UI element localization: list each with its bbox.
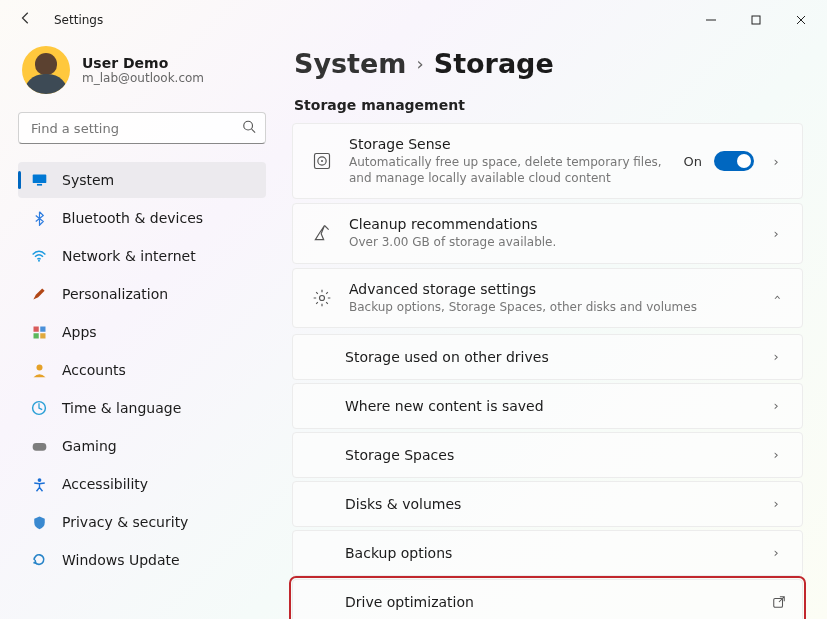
subitem-label: Storage Spaces (345, 447, 766, 463)
sidebar-item-label: Windows Update (62, 552, 180, 568)
toggle-state-label: On (684, 154, 702, 169)
sidebar-item-label: Privacy & security (62, 514, 188, 530)
external-link-icon (772, 595, 786, 609)
avatar (22, 46, 70, 94)
close-button[interactable] (778, 5, 823, 35)
globe-clock-icon (30, 399, 48, 417)
subitem-storage-spaces[interactable]: Storage Spaces › (292, 432, 803, 478)
subitem-label: Backup options (345, 545, 766, 561)
svg-point-14 (37, 478, 41, 482)
bluetooth-icon (30, 209, 48, 227)
window-title: Settings (54, 13, 103, 27)
page-title: Storage (434, 48, 554, 79)
breadcrumb: System › Storage (292, 48, 803, 79)
subitem-where-new-content[interactable]: Where new content is saved › (292, 383, 803, 429)
sidebar-item-system[interactable]: System (18, 162, 266, 198)
sidebar-item-label: Accounts (62, 362, 126, 378)
svg-point-11 (36, 364, 42, 370)
person-icon (30, 361, 48, 379)
svg-rect-1 (752, 16, 760, 24)
svg-line-18 (325, 226, 329, 230)
sidebar-item-time-language[interactable]: Time & language (18, 390, 266, 426)
broom-icon (311, 223, 333, 243)
monitor-icon (30, 171, 48, 189)
search-input[interactable] (18, 112, 266, 144)
card-advanced-storage[interactable]: Advanced storage settings Backup options… (292, 268, 803, 328)
card-subtitle: Over 3.00 GB of storage available. (349, 234, 729, 250)
subitem-label: Where new content is saved (345, 398, 766, 414)
svg-point-19 (320, 295, 325, 300)
breadcrumb-parent[interactable]: System (294, 48, 406, 79)
sidebar-item-personalization[interactable]: Personalization (18, 276, 266, 312)
apps-icon (30, 323, 48, 341)
card-title: Cleanup recommendations (349, 216, 750, 232)
sidebar: User Demo m_lab@outlook.com System Bluet… (0, 40, 280, 619)
sidebar-item-privacy[interactable]: Privacy & security (18, 504, 266, 540)
main-content: System › Storage Storage management Stor… (280, 40, 827, 619)
subitem-label: Storage used on other drives (345, 349, 766, 365)
svg-point-17 (321, 160, 323, 162)
search-input-wrapper (18, 112, 266, 144)
storage-sense-toggle[interactable] (714, 151, 754, 171)
brush-icon (30, 285, 48, 303)
subitem-disks-volumes[interactable]: Disks & volumes › (292, 481, 803, 527)
chevron-right-icon: › (766, 398, 786, 413)
gear-icon (311, 288, 333, 308)
user-profile[interactable]: User Demo m_lab@outlook.com (18, 46, 266, 94)
chevron-up-icon: › (769, 288, 784, 308)
card-storage-sense[interactable]: Storage Sense Automatically free up spac… (292, 123, 803, 199)
sidebar-item-bluetooth[interactable]: Bluetooth & devices (18, 200, 266, 236)
subitem-drive-optimization[interactable]: Drive optimization (292, 579, 803, 619)
sidebar-item-label: Gaming (62, 438, 117, 454)
subitem-label: Drive optimization (345, 594, 772, 610)
svg-point-2 (244, 121, 253, 130)
chevron-right-icon: › (766, 154, 786, 169)
advanced-sublist: Storage used on other drives › Where new… (292, 334, 803, 619)
svg-rect-7 (33, 326, 38, 331)
sidebar-item-accessibility[interactable]: Accessibility (18, 466, 266, 502)
svg-rect-8 (40, 326, 45, 331)
svg-rect-13 (32, 443, 46, 451)
wifi-icon (30, 247, 48, 265)
sidebar-item-apps[interactable]: Apps (18, 314, 266, 350)
subitem-backup-options[interactable]: Backup options › (292, 530, 803, 576)
minimize-button[interactable] (688, 5, 733, 35)
sidebar-item-network[interactable]: Network & internet (18, 238, 266, 274)
card-cleanup[interactable]: Cleanup recommendations Over 3.00 GB of … (292, 203, 803, 263)
svg-rect-4 (32, 174, 46, 183)
svg-rect-5 (36, 183, 41, 185)
sidebar-item-label: Apps (62, 324, 97, 340)
chevron-right-icon: › (766, 496, 786, 511)
sidebar-item-accounts[interactable]: Accounts (18, 352, 266, 388)
card-subtitle: Automatically free up space, delete temp… (349, 154, 668, 186)
chevron-right-icon: › (766, 447, 786, 462)
chevron-right-icon: › (416, 53, 423, 74)
svg-line-3 (252, 129, 256, 133)
sidebar-item-gaming[interactable]: Gaming (18, 428, 266, 464)
section-header: Storage management (292, 97, 803, 113)
chevron-right-icon: › (766, 545, 786, 560)
card-title: Storage Sense (349, 136, 668, 152)
user-email: m_lab@outlook.com (82, 71, 204, 85)
subitem-storage-other-drives[interactable]: Storage used on other drives › (292, 334, 803, 380)
search-icon (242, 119, 256, 138)
svg-rect-10 (40, 333, 45, 338)
chevron-right-icon: › (766, 349, 786, 364)
gamepad-icon (30, 437, 48, 455)
svg-rect-9 (33, 333, 38, 338)
subitem-label: Disks & volumes (345, 496, 766, 512)
shield-icon (30, 513, 48, 531)
user-name: User Demo (82, 55, 204, 71)
back-button[interactable] (18, 11, 34, 29)
sidebar-item-label: Personalization (62, 286, 168, 302)
update-icon (30, 551, 48, 569)
sidebar-item-label: Accessibility (62, 476, 148, 492)
sidebar-item-label: Bluetooth & devices (62, 210, 203, 226)
sidebar-item-label: System (62, 172, 114, 188)
sidebar-item-windows-update[interactable]: Windows Update (18, 542, 266, 578)
nav-list: System Bluetooth & devices Network & int… (18, 162, 266, 578)
titlebar: Settings (0, 0, 827, 40)
maximize-button[interactable] (733, 5, 778, 35)
chevron-right-icon: › (766, 226, 786, 241)
svg-point-6 (38, 260, 40, 262)
